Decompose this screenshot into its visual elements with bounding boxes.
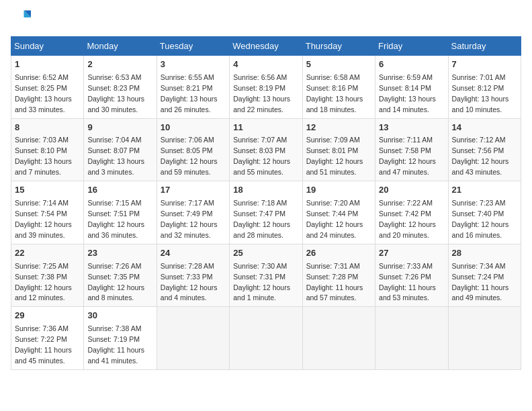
day-info: Sunrise: 7:15 AMSunset: 7:51 PMDaylight:…	[87, 199, 144, 239]
day-info: Sunrise: 7:03 AMSunset: 8:10 PMDaylight:…	[15, 136, 72, 176]
day-info: Sunrise: 7:07 AMSunset: 8:03 PMDaylight:…	[233, 136, 290, 176]
day-info: Sunrise: 7:31 AMSunset: 7:28 PMDaylight:…	[306, 262, 363, 302]
day-number: 10	[161, 122, 226, 134]
weekday-header: Saturday	[448, 37, 521, 56]
day-info: Sunrise: 7:25 AMSunset: 7:38 PMDaylight:…	[15, 262, 72, 302]
day-number: 25	[233, 247, 298, 260]
day-info: Sunrise: 7:04 AMSunset: 8:07 PMDaylight:…	[87, 136, 144, 176]
day-info: Sunrise: 7:20 AMSunset: 7:44 PMDaylight:…	[306, 199, 363, 239]
day-number: 7	[452, 58, 517, 71]
calendar-cell: 24Sunrise: 7:28 AMSunset: 7:33 PMDayligh…	[157, 244, 229, 307]
calendar-cell: 20Sunrise: 7:22 AMSunset: 7:42 PMDayligh…	[375, 181, 448, 244]
weekday-header: Friday	[375, 37, 448, 56]
day-number: 26	[306, 247, 371, 260]
day-number: 20	[379, 184, 444, 197]
day-info: Sunrise: 7:06 AMSunset: 8:05 PMDaylight:…	[161, 136, 218, 176]
calendar-row: 29Sunrise: 7:36 AMSunset: 7:22 PMDayligh…	[11, 307, 521, 370]
day-number: 21	[452, 184, 517, 197]
weekday-header: Wednesday	[230, 37, 302, 56]
day-info: Sunrise: 7:12 AMSunset: 7:56 PMDaylight:…	[452, 136, 509, 176]
calendar-cell: 28Sunrise: 7:34 AMSunset: 7:24 PMDayligh…	[448, 244, 521, 307]
logo-icon	[12, 8, 31, 27]
calendar-row: 22Sunrise: 7:25 AMSunset: 7:38 PMDayligh…	[11, 244, 521, 307]
day-number: 13	[379, 122, 444, 134]
day-info: Sunrise: 7:38 AMSunset: 7:19 PMDaylight:…	[87, 324, 144, 365]
calendar-cell	[230, 307, 302, 370]
calendar-cell: 21Sunrise: 7:23 AMSunset: 7:40 PMDayligh…	[448, 181, 521, 244]
calendar-cell: 11Sunrise: 7:07 AMSunset: 8:03 PMDayligh…	[230, 118, 302, 181]
calendar-row: 8Sunrise: 7:03 AMSunset: 8:10 PMDaylight…	[11, 118, 521, 181]
calendar-cell: 22Sunrise: 7:25 AMSunset: 7:38 PMDayligh…	[11, 244, 84, 307]
day-number: 5	[306, 58, 371, 71]
calendar-cell: 10Sunrise: 7:06 AMSunset: 8:05 PMDayligh…	[157, 118, 229, 181]
calendar-cell: 27Sunrise: 7:33 AMSunset: 7:26 PMDayligh…	[375, 244, 448, 307]
calendar-cell: 30Sunrise: 7:38 AMSunset: 7:19 PMDayligh…	[84, 307, 157, 370]
day-number: 3	[161, 58, 226, 71]
calendar-cell: 1Sunrise: 6:52 AMSunset: 8:25 PMDaylight…	[11, 56, 84, 119]
day-info: Sunrise: 6:56 AMSunset: 8:19 PMDaylight:…	[233, 73, 290, 113]
header	[11, 11, 521, 30]
day-number: 28	[452, 247, 517, 260]
calendar: SundayMondayTuesdayWednesdayThursdayFrid…	[11, 36, 521, 370]
calendar-cell: 16Sunrise: 7:15 AMSunset: 7:51 PMDayligh…	[84, 181, 157, 244]
day-number: 24	[161, 247, 226, 260]
day-number: 17	[161, 184, 226, 197]
calendar-cell: 15Sunrise: 7:14 AMSunset: 7:54 PMDayligh…	[11, 181, 84, 244]
day-number: 15	[15, 184, 80, 197]
day-number: 8	[15, 122, 80, 134]
weekday-header: Thursday	[302, 37, 375, 56]
day-number: 22	[15, 247, 80, 260]
day-info: Sunrise: 7:22 AMSunset: 7:42 PMDaylight:…	[379, 199, 436, 239]
weekday-header: Sunday	[11, 37, 84, 56]
calendar-cell: 12Sunrise: 7:09 AMSunset: 8:01 PMDayligh…	[302, 118, 375, 181]
day-info: Sunrise: 6:53 AMSunset: 8:23 PMDaylight:…	[87, 73, 144, 113]
calendar-row: 1Sunrise: 6:52 AMSunset: 8:25 PMDaylight…	[11, 56, 521, 119]
day-number: 4	[233, 58, 298, 71]
calendar-cell: 2Sunrise: 6:53 AMSunset: 8:23 PMDaylight…	[84, 56, 157, 119]
day-number: 14	[452, 122, 517, 134]
day-info: Sunrise: 7:11 AMSunset: 7:58 PMDaylight:…	[379, 136, 436, 176]
calendar-cell: 9Sunrise: 7:04 AMSunset: 8:07 PMDaylight…	[84, 118, 157, 181]
day-number: 1	[15, 58, 80, 71]
calendar-cell: 26Sunrise: 7:31 AMSunset: 7:28 PMDayligh…	[302, 244, 375, 307]
weekday-header: Tuesday	[157, 37, 229, 56]
day-info: Sunrise: 7:01 AMSunset: 8:12 PMDaylight:…	[452, 73, 509, 113]
day-info: Sunrise: 7:34 AMSunset: 7:24 PMDaylight:…	[452, 262, 509, 302]
calendar-cell: 14Sunrise: 7:12 AMSunset: 7:56 PMDayligh…	[448, 118, 521, 181]
day-info: Sunrise: 7:14 AMSunset: 7:54 PMDaylight:…	[15, 199, 72, 239]
day-number: 23	[87, 247, 152, 260]
calendar-cell	[375, 307, 448, 370]
calendar-cell: 18Sunrise: 7:18 AMSunset: 7:47 PMDayligh…	[230, 181, 302, 244]
day-info: Sunrise: 6:52 AMSunset: 8:25 PMDaylight:…	[15, 73, 72, 113]
day-info: Sunrise: 7:23 AMSunset: 7:40 PMDaylight:…	[452, 199, 509, 239]
calendar-header-row: SundayMondayTuesdayWednesdayThursdayFrid…	[11, 37, 521, 56]
calendar-cell: 25Sunrise: 7:30 AMSunset: 7:31 PMDayligh…	[230, 244, 302, 307]
day-number: 18	[233, 184, 298, 197]
day-number: 19	[306, 184, 371, 197]
logo	[11, 11, 31, 30]
calendar-cell: 17Sunrise: 7:17 AMSunset: 7:49 PMDayligh…	[157, 181, 229, 244]
day-number: 2	[87, 58, 152, 71]
day-info: Sunrise: 7:17 AMSunset: 7:49 PMDaylight:…	[161, 199, 218, 239]
calendar-cell: 29Sunrise: 7:36 AMSunset: 7:22 PMDayligh…	[11, 307, 84, 370]
calendar-cell: 19Sunrise: 7:20 AMSunset: 7:44 PMDayligh…	[302, 181, 375, 244]
day-info: Sunrise: 6:55 AMSunset: 8:21 PMDaylight:…	[161, 73, 218, 113]
day-info: Sunrise: 7:26 AMSunset: 7:35 PMDaylight:…	[87, 262, 144, 302]
calendar-cell	[448, 307, 521, 370]
weekday-header: Monday	[84, 37, 157, 56]
day-info: Sunrise: 6:58 AMSunset: 8:16 PMDaylight:…	[306, 73, 363, 113]
calendar-cell: 13Sunrise: 7:11 AMSunset: 7:58 PMDayligh…	[375, 118, 448, 181]
calendar-cell: 8Sunrise: 7:03 AMSunset: 8:10 PMDaylight…	[11, 118, 84, 181]
calendar-cell: 5Sunrise: 6:58 AMSunset: 8:16 PMDaylight…	[302, 56, 375, 119]
day-info: Sunrise: 6:59 AMSunset: 8:14 PMDaylight:…	[379, 73, 436, 113]
calendar-cell: 6Sunrise: 6:59 AMSunset: 8:14 PMDaylight…	[375, 56, 448, 119]
calendar-cell	[157, 307, 229, 370]
calendar-cell: 23Sunrise: 7:26 AMSunset: 7:35 PMDayligh…	[84, 244, 157, 307]
day-info: Sunrise: 7:36 AMSunset: 7:22 PMDaylight:…	[15, 324, 72, 365]
calendar-cell: 4Sunrise: 6:56 AMSunset: 8:19 PMDaylight…	[230, 56, 302, 119]
day-info: Sunrise: 7:28 AMSunset: 7:33 PMDaylight:…	[161, 262, 218, 302]
day-number: 30	[87, 310, 152, 322]
day-number: 6	[379, 58, 444, 71]
day-number: 16	[87, 184, 152, 197]
day-info: Sunrise: 7:18 AMSunset: 7:47 PMDaylight:…	[233, 199, 290, 239]
